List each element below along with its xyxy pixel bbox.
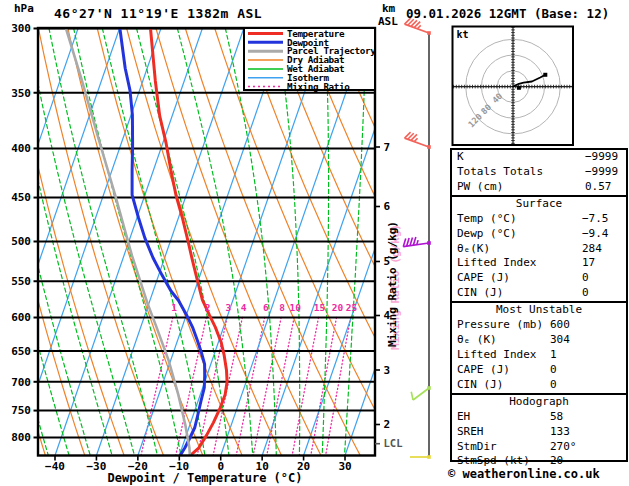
svg-text:6: 6 (384, 200, 391, 213)
wind-barb-column (403, 18, 431, 459)
svg-text:20: 20 (332, 302, 344, 313)
svg-text:7: 7 (384, 141, 391, 154)
pressure-axis-unit: hPa (14, 2, 34, 15)
svg-text:LCL: LCL (384, 437, 403, 449)
stats-row: CAPE (J)0 (452, 271, 626, 286)
svg-text:750: 750 (11, 404, 31, 417)
copyright: © weatheronline.co.uk (448, 467, 600, 481)
stats-row: EH58 (452, 410, 626, 425)
station-title: 46°27'N 11°19'E 1382m ASL (54, 6, 262, 21)
svg-text:6: 6 (263, 302, 269, 313)
stats-row: CIN (J)0 (452, 378, 626, 393)
stats-row: CAPE (J)0 (452, 363, 626, 378)
svg-text:Dewpoint / Temperature (°C): Dewpoint / Temperature (°C) (107, 471, 302, 485)
stats-row: Totals Totals−9999 (452, 165, 626, 180)
svg-text:40: 40 (490, 91, 504, 105)
wind-barb (411, 386, 431, 400)
run-datetime: 09.01.2026 12GMT (Base: 12) (406, 6, 609, 21)
svg-text:500: 500 (11, 235, 31, 248)
wind-barb (410, 455, 431, 459)
svg-text:80: 80 (479, 102, 493, 116)
stats-row: CIN (J)0 (452, 286, 626, 301)
svg-text:25: 25 (346, 302, 358, 313)
svg-text:700: 700 (11, 376, 31, 389)
stats-section-header: Hodograph (452, 393, 626, 410)
svg-text:Mixing Ratio: Mixing Ratio (287, 81, 350, 92)
svg-text:3: 3 (225, 302, 231, 313)
svg-text:15: 15 (314, 302, 326, 313)
svg-text:600: 600 (11, 311, 31, 324)
svg-text:1: 1 (171, 302, 177, 313)
svg-text:450: 450 (11, 191, 31, 204)
stats-row: PW (cm)0.57 (452, 180, 626, 195)
stats-section-header: Surface (452, 195, 626, 212)
svg-text:4: 4 (241, 302, 247, 313)
stats-row: Lifted Index17 (452, 256, 626, 271)
stats-row: K−9999 (452, 150, 626, 165)
svg-text:10: 10 (289, 302, 301, 313)
wind-barb (403, 237, 431, 247)
mixing-ratio-axis-label: Mixing Ratio (g/kg) (386, 221, 399, 347)
stats-section-header: Most Unstable (452, 301, 626, 318)
stats-table: K−9999Totals Totals−9999PW (cm)0.57Surfa… (450, 148, 628, 462)
storm-motion-marker (517, 86, 521, 90)
wind-barb (405, 132, 431, 149)
svg-text:120: 120 (466, 111, 484, 129)
stats-row: Temp (°C)−7.5 (452, 212, 626, 227)
svg-text:400: 400 (11, 142, 31, 155)
svg-text:3: 3 (384, 364, 391, 377)
skewt-sounding-page: 300350400450500550600650700750800−40−30−… (0, 0, 629, 486)
svg-text:2: 2 (384, 418, 391, 431)
altitude-axis-unit-km: km (382, 2, 395, 15)
stats-row: θₑ(K)284 (452, 242, 626, 257)
stats-row: Pressure (mb)600 (452, 318, 626, 333)
svg-text:300: 300 (11, 22, 31, 35)
stats-row: StmDir270° (452, 440, 626, 455)
hodograph: 4080120kt (453, 27, 574, 147)
svg-text:800: 800 (11, 431, 31, 444)
stats-row: Dewp (°C)−9.4 (452, 227, 626, 242)
hodograph-unit-label: kt (457, 29, 469, 40)
stats-row: θₑ (K)304 (452, 333, 626, 348)
legend: TemperatureDewpointParcel TrajectoryDry … (244, 28, 376, 92)
svg-text:350: 350 (11, 87, 31, 100)
svg-text:8: 8 (279, 302, 285, 313)
svg-text:30: 30 (338, 460, 351, 473)
svg-text:650: 650 (11, 345, 31, 358)
svg-text:550: 550 (11, 275, 31, 288)
svg-text:2: 2 (205, 302, 211, 313)
svg-text:−30: −30 (86, 460, 106, 473)
altitude-axis-unit-asl: ASL (378, 15, 398, 28)
svg-text:−40: −40 (45, 460, 65, 473)
stats-row: SREH133 (452, 425, 626, 440)
stats-row: Lifted Index1 (452, 348, 626, 363)
